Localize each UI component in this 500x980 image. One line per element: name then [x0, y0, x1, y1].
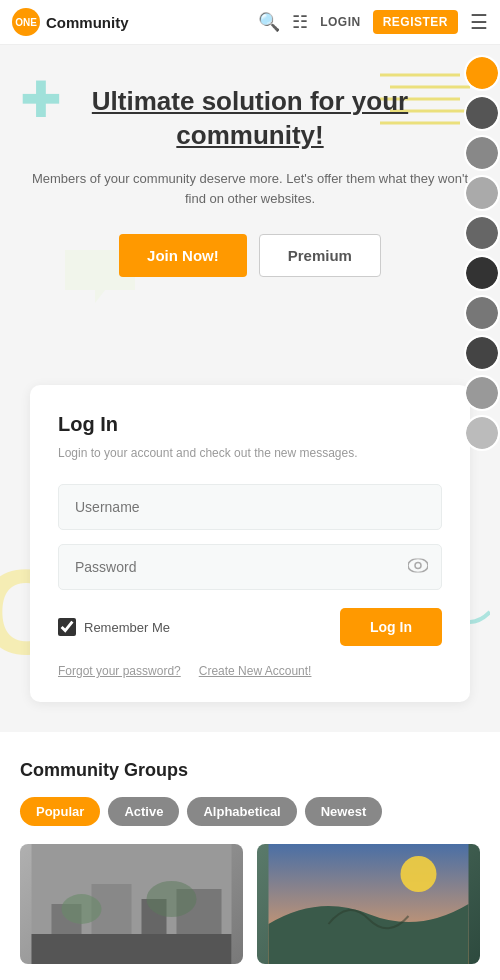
- avatar: [464, 335, 500, 371]
- brand-name: Community: [46, 14, 129, 31]
- tab-active[interactable]: Active: [108, 797, 179, 826]
- groups-tabs: Popular Active Alphabetical Newest: [20, 797, 480, 826]
- login-button[interactable]: Log In: [340, 608, 442, 646]
- premium-button[interactable]: Premium: [259, 234, 381, 277]
- avatar: [464, 415, 500, 451]
- avatar-image: [466, 97, 498, 129]
- hero-subtitle: Members of your community deserve more. …: [30, 169, 470, 211]
- join-now-button[interactable]: Join Now!: [119, 234, 247, 277]
- avatar-image: [466, 257, 498, 289]
- group-image: [20, 844, 243, 964]
- password-wrap: [58, 544, 442, 590]
- avatar-image: [466, 417, 498, 449]
- login-row: Remember Me Log In: [58, 608, 442, 646]
- eye-icon[interactable]: [408, 557, 428, 578]
- group-card[interactable]: [20, 844, 243, 964]
- login-link[interactable]: LOGIN: [320, 15, 361, 29]
- groups-title: Community Groups: [20, 760, 480, 781]
- avatar-image: [466, 377, 498, 409]
- create-account-link[interactable]: Create New Account!: [199, 664, 312, 678]
- avatar-image: [466, 57, 498, 89]
- avatar: [464, 55, 500, 91]
- avatar: [464, 375, 500, 411]
- login-card: Log In Login to your account and check o…: [30, 385, 470, 702]
- avatar-image: [466, 337, 498, 369]
- svg-point-13: [62, 894, 102, 924]
- groups-section: Community Groups Popular Active Alphabet…: [0, 732, 500, 980]
- search-icon[interactable]: 🔍: [258, 11, 280, 33]
- navbar: ONE Community 🔍 ☷ LOGIN REGISTER ☰: [0, 0, 500, 45]
- groups-grid: [20, 844, 480, 964]
- svg-rect-12: [32, 934, 232, 964]
- group-card[interactable]: [257, 844, 480, 964]
- avatar-image: [466, 297, 498, 329]
- username-input[interactable]: [58, 484, 442, 530]
- avatar: [464, 175, 500, 211]
- hero-section: ✚ Ultimate solution for your community! …: [0, 45, 500, 365]
- avatar: [464, 95, 500, 131]
- avatar: [464, 135, 500, 171]
- avatar-image: [466, 177, 498, 209]
- tab-newest[interactable]: Newest: [305, 797, 383, 826]
- hero-title: Ultimate solution for your community!: [30, 85, 470, 153]
- navbar-left: ONE Community: [12, 8, 129, 36]
- hero-buttons: Join Now! Premium: [30, 234, 470, 277]
- svg-point-14: [147, 881, 197, 917]
- login-subtitle: Login to your account and check out the …: [58, 444, 442, 462]
- logo-text: ONE: [15, 17, 37, 28]
- avatar: [464, 255, 500, 291]
- navbar-right: 🔍 ☷ LOGIN REGISTER ☰: [258, 10, 488, 34]
- avatar: [464, 215, 500, 251]
- svg-point-17: [401, 856, 437, 892]
- remember-checkbox[interactable]: [58, 618, 76, 636]
- login-section: C Log In Login to your account and check…: [0, 365, 500, 732]
- tab-popular[interactable]: Popular: [20, 797, 100, 826]
- side-avatars: [464, 55, 500, 451]
- svg-point-5: [408, 559, 428, 573]
- remember-text: Remember Me: [84, 620, 170, 635]
- avatar: [464, 295, 500, 331]
- tab-alphabetical[interactable]: Alphabetical: [187, 797, 296, 826]
- register-button[interactable]: REGISTER: [373, 10, 458, 34]
- login-title: Log In: [58, 413, 442, 436]
- hamburger-icon[interactable]: ☰: [470, 10, 488, 34]
- remember-label[interactable]: Remember Me: [58, 618, 170, 636]
- logo-circle: ONE: [12, 8, 40, 36]
- forgot-password-link[interactable]: Forgot your password?: [58, 664, 181, 678]
- message-icon[interactable]: ☷: [292, 11, 308, 33]
- svg-point-6: [415, 563, 421, 569]
- avatar-image: [466, 217, 498, 249]
- password-input[interactable]: [58, 544, 442, 590]
- group-image: [257, 844, 480, 964]
- avatar-image: [466, 137, 498, 169]
- login-links: Forgot your password? Create New Account…: [58, 664, 442, 678]
